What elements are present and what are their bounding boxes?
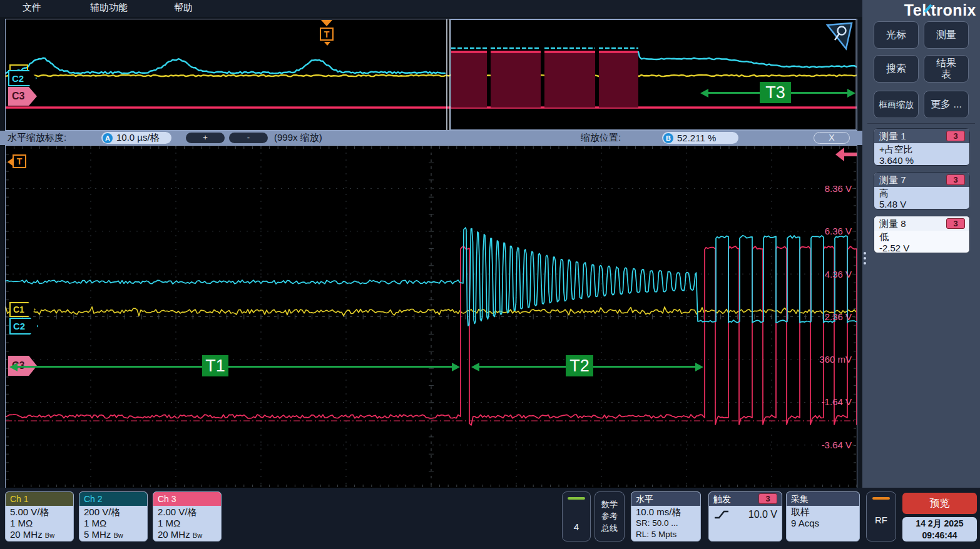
trigger-badge[interactable]: 触发 3 10.0 V bbox=[708, 491, 782, 541]
ch3-bandwidth: 20 MHz Bw bbox=[158, 529, 217, 541]
trigger-marker-pointer bbox=[324, 42, 330, 46]
measurement-title: 测量 8 bbox=[879, 218, 906, 229]
zoom-control-bar: 水平缩放标度: A 10.0 µs/格 + - (999x 缩放) 缩放位置: … bbox=[0, 131, 862, 145]
measurement-badge-1[interactable]: 测量 1 3 +占空比 3.640 % bbox=[874, 128, 970, 166]
zoom-in-button[interactable]: + bbox=[186, 133, 225, 143]
channel2-badge[interactable]: Ch 2 200 V/格 1 MΩ 5 MHz Bw bbox=[79, 491, 148, 541]
horizontal-badge[interactable]: 水平 10.0 ms/格 SR: 50.0 ... RL: 5 Mpts bbox=[631, 491, 701, 541]
math-ref-bus-button[interactable]: 数学 参考 总线 bbox=[595, 491, 625, 541]
measurement-badge-8[interactable]: 测量 8 3 低 -2.52 V bbox=[874, 216, 970, 253]
voltage-label-6: -1.64 V bbox=[808, 396, 852, 407]
zoom-out-button[interactable]: - bbox=[229, 133, 268, 143]
menu-utility[interactable]: 辅助功能 bbox=[90, 2, 128, 14]
source-badge: 3 bbox=[946, 218, 965, 229]
trigger-header: 触发 3 bbox=[709, 492, 782, 506]
channel1-header: Ch 1 bbox=[6, 492, 73, 506]
menu-file[interactable]: 文件 bbox=[23, 2, 41, 14]
bus-label: 总线 bbox=[595, 522, 624, 534]
measurement-badge-7[interactable]: 测量 7 3 高 5.48 V bbox=[874, 172, 970, 209]
date-label: 14 2月 2025 bbox=[902, 518, 977, 530]
trigger-level: 10.0 V bbox=[748, 509, 777, 520]
trigger-level-arrow bbox=[835, 148, 844, 161]
oscilloscope-screen: 文件 辅助功能 帮助 Tektronix 光标 测量 搜索 结果表 框画缩放 更… bbox=[0, 0, 980, 549]
waveform-overview: T C2 C3 T3 bbox=[5, 19, 857, 131]
acquisition-badge[interactable]: 采集 取样 9 Acqs bbox=[786, 491, 860, 541]
channel1-badge[interactable]: Ch 1 5.00 V/格 1 MΩ 20 MHz Bw bbox=[5, 491, 74, 541]
ch1-scale: 5.00 V/格 bbox=[10, 506, 69, 518]
digital-channels-button[interactable]: 4 bbox=[562, 491, 591, 541]
bottom-bar: Ch 1 5.00 V/格 1 MΩ 20 MHz Bw Ch 2 200 V/… bbox=[0, 488, 980, 549]
results-table-button[interactable]: 结果表 bbox=[924, 55, 969, 83]
zoom-scale-label: 水平缩放标度: bbox=[8, 132, 66, 144]
measurement-name: 高 bbox=[879, 188, 964, 199]
rf-color-line bbox=[872, 497, 890, 500]
ch1-impedance: 1 MΩ bbox=[10, 518, 69, 529]
zoom-close-button[interactable]: X bbox=[814, 132, 850, 144]
draw-zoom-button[interactable]: 框画缩放 bbox=[874, 91, 919, 118]
ch2-bandwidth: 5 MHz Bw bbox=[84, 529, 143, 541]
time-label: 09:46:44 bbox=[902, 530, 977, 541]
menu-help[interactable]: 帮助 bbox=[174, 2, 193, 14]
trigger-indicator-arrow bbox=[8, 158, 13, 166]
sidebar-divider bbox=[867, 123, 975, 124]
voltage-label-2: 6.36 V bbox=[808, 226, 852, 236]
main-graticule: T C1 C2 C3 T1 T2 8.36 V 6.36 V 4.36 V 2.… bbox=[5, 145, 857, 488]
acquisition-mode: 取样 bbox=[791, 506, 855, 518]
panel-drag-handle[interactable] bbox=[864, 249, 867, 269]
channel3-header: Ch 3 bbox=[153, 492, 221, 506]
channel3-badge[interactable]: Ch 3 2.00 V/格 1 MΩ 20 MHz Bw bbox=[153, 491, 222, 541]
acquisition-count: 9 Acqs bbox=[791, 518, 855, 529]
horizontal-header: 水平 bbox=[631, 492, 700, 506]
zoom-tool-icon[interactable] bbox=[825, 21, 854, 51]
zoom-scale-value[interactable]: A 10.0 µs/格 bbox=[101, 132, 171, 144]
channel2-header: Ch 2 bbox=[79, 492, 147, 506]
trigger-source-badge: 3 bbox=[758, 493, 777, 504]
rf-label: RF bbox=[867, 515, 896, 525]
voltage-label-3: 4.36 V bbox=[808, 269, 852, 280]
t2-label: T2 bbox=[566, 355, 593, 376]
more-button[interactable]: 更多 ... bbox=[924, 91, 969, 118]
ch2-impedance: 1 MΩ bbox=[84, 518, 143, 529]
voltage-label-4: 2.36 V bbox=[808, 311, 852, 322]
t1-arrow bbox=[18, 366, 452, 368]
zoom-factor-label: (999x 缩放) bbox=[274, 132, 322, 144]
measurement-value: 5.48 V bbox=[879, 199, 964, 209]
ch3-impedance: 1 MΩ bbox=[158, 518, 217, 529]
multipurpose-b-badge: B bbox=[663, 133, 673, 143]
measurement-title: 测量 7 bbox=[879, 174, 906, 185]
trigger-level-arrow-stub bbox=[843, 153, 857, 156]
record-length: RL: 5 Mpts bbox=[636, 529, 696, 540]
t1-label: T1 bbox=[202, 355, 228, 376]
measure-button[interactable]: 测量 bbox=[924, 21, 969, 49]
trigger-marker-overview[interactable]: T bbox=[320, 28, 334, 41]
trigger-position-icon[interactable] bbox=[321, 20, 332, 26]
menu-bar: 文件 辅助功能 帮助 bbox=[0, 0, 862, 17]
voltage-label-5: 360 mV bbox=[808, 354, 852, 365]
rf-button[interactable]: RF bbox=[866, 491, 896, 541]
preview-button[interactable]: 预览 bbox=[902, 493, 977, 514]
source-badge: 3 bbox=[946, 131, 965, 141]
t3-label: T3 bbox=[760, 82, 791, 103]
measurement-name: +占空比 bbox=[879, 144, 964, 155]
tektronix-logo: Tektronix bbox=[904, 1, 976, 19]
ch1-bandwidth: 20 MHz Bw bbox=[10, 529, 69, 541]
search-button[interactable]: 搜索 bbox=[874, 55, 919, 83]
sample-rate: SR: 50.0 ... bbox=[636, 518, 696, 529]
zoom-position-value[interactable]: B 52.211 % bbox=[662, 132, 738, 144]
trigger-marker-main[interactable]: T bbox=[13, 154, 26, 168]
ref-label: 参考 bbox=[595, 510, 624, 522]
math-label: 数学 bbox=[595, 498, 624, 510]
multipurpose-a-badge: A bbox=[103, 133, 113, 143]
horizontal-scale: 10.0 ms/格 bbox=[636, 506, 696, 518]
ch3-scale: 2.00 V/格 bbox=[158, 506, 217, 518]
acquisition-header: 采集 bbox=[787, 492, 859, 506]
main-waveforms bbox=[6, 146, 857, 488]
zoom-position-label: 缩放位置: bbox=[581, 132, 621, 144]
measurement-name: 低 bbox=[879, 231, 964, 243]
sidebar: Tektronix 光标 测量 搜索 结果表 框画缩放 更多 ... 测量 1 … bbox=[862, 0, 980, 489]
digital-color-line bbox=[568, 497, 585, 500]
measurement-value: -2.52 V bbox=[879, 243, 964, 253]
overview-waveforms bbox=[6, 19, 857, 130]
cursors-button[interactable]: 光标 bbox=[874, 21, 919, 49]
voltage-label-7: -3.64 V bbox=[808, 440, 852, 450]
